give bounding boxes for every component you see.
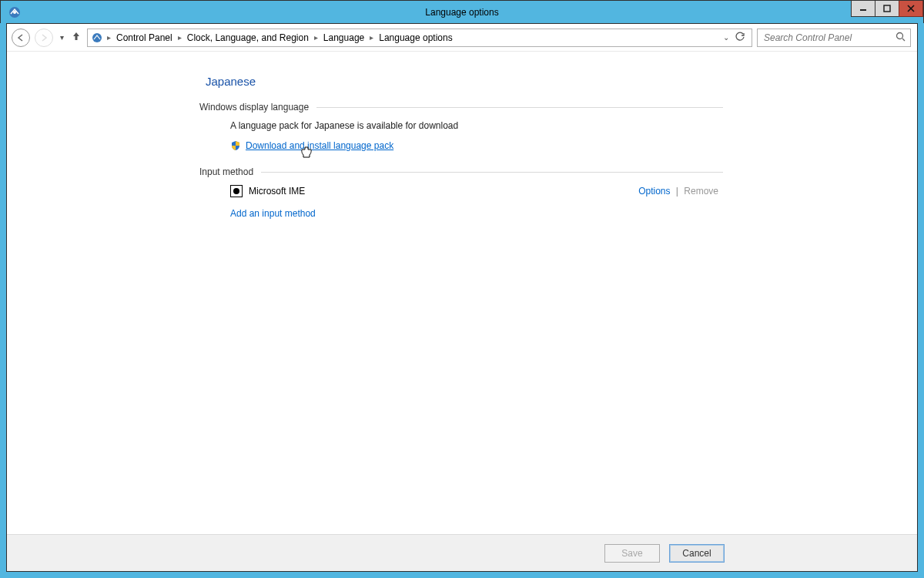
svg-point-4 — [92, 33, 102, 42]
system-menu-icon[interactable] — [5, 3, 24, 22]
section-label: Input method — [199, 166, 261, 177]
button-bar: Save Cancel — [7, 534, 917, 571]
back-button[interactable] — [12, 29, 30, 47]
refresh-button[interactable] — [735, 32, 745, 44]
search-box[interactable] — [757, 29, 911, 47]
chevron-right-icon[interactable]: ▸ — [105, 33, 113, 42]
breadcrumb: Control Panel ▸ Clock, Language, and Reg… — [113, 32, 456, 43]
search-input[interactable] — [762, 32, 896, 44]
title-bar: Language options — [0, 0, 924, 23]
save-button[interactable]: Save — [604, 544, 660, 563]
add-input-method-link[interactable]: Add an input method — [230, 208, 316, 219]
section-label: Windows display language — [199, 102, 316, 113]
cancel-button[interactable]: Cancel — [669, 544, 725, 563]
breadcrumb-item[interactable]: Clock, Language, and Region — [184, 32, 312, 43]
ime-icon — [230, 185, 243, 197]
chevron-right-icon[interactable]: ▸ — [176, 33, 184, 42]
ime-name: Microsoft IME — [249, 186, 305, 197]
close-button[interactable] — [899, 1, 923, 17]
ime-actions: Options | Remove — [638, 186, 718, 197]
svg-point-5 — [897, 32, 903, 39]
download-language-pack-link[interactable]: Download and install language pack — [246, 140, 393, 151]
breadcrumb-item[interactable]: Control Panel — [113, 32, 176, 43]
input-method-section: Input method Microsoft IME Options | Rem… — [199, 166, 723, 219]
chevron-right-icon[interactable]: ▸ — [312, 33, 320, 42]
content-area: Japanese Windows display language A lang… — [7, 52, 917, 534]
location-icon — [89, 32, 105, 44]
navigation-row: ▾ ▸ Control Panel ▸ Clock, Language, and… — [7, 24, 917, 52]
svg-rect-2 — [860, 9, 866, 11]
window-controls — [852, 1, 923, 17]
address-bar[interactable]: ▸ Control Panel ▸ Clock, Language, and R… — [87, 29, 752, 47]
breadcrumb-item[interactable]: Language options — [376, 32, 455, 43]
svg-point-1 — [13, 11, 16, 14]
search-icon[interactable] — [896, 32, 906, 44]
ime-remove-link: Remove — [684, 186, 718, 197]
divider — [316, 107, 723, 108]
address-dropdown-icon[interactable]: ⌄ — [723, 33, 729, 42]
display-language-section: Windows display language A language pack… — [199, 102, 723, 151]
forward-button[interactable] — [35, 29, 53, 47]
maximize-button[interactable] — [875, 1, 899, 17]
page-title: Japanese — [206, 75, 917, 88]
uac-shield-icon — [230, 140, 241, 151]
recent-locations-dropdown[interactable]: ▾ — [58, 33, 65, 42]
breadcrumb-item[interactable]: Language — [320, 32, 367, 43]
client-area: ▾ ▸ Control Panel ▸ Clock, Language, and… — [6, 23, 918, 572]
divider — [261, 172, 723, 173]
up-button[interactable] — [70, 31, 82, 44]
window-title: Language options — [1, 7, 923, 18]
display-language-info: A language pack for Japanese is availabl… — [230, 120, 723, 131]
chevron-right-icon[interactable]: ▸ — [367, 33, 376, 42]
minimize-button[interactable] — [851, 1, 875, 17]
ime-options-link[interactable]: Options — [638, 186, 670, 197]
svg-rect-3 — [884, 5, 890, 12]
